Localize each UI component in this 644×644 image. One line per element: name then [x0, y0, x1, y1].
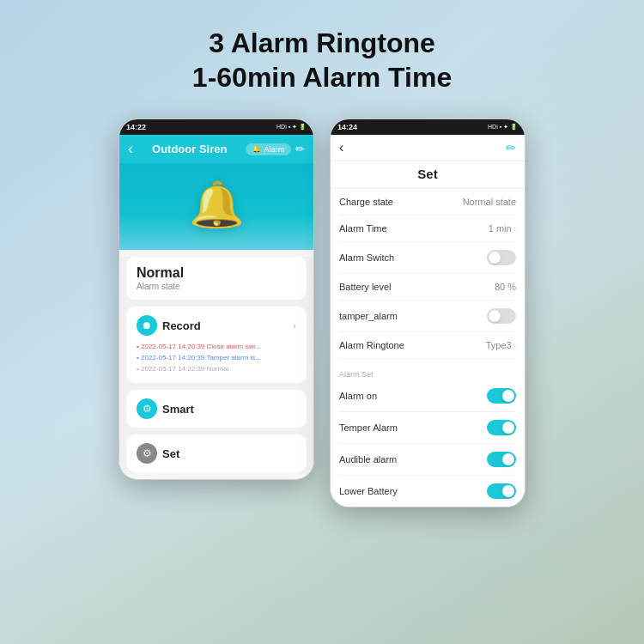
setting-battery-level: Battery level 80 % — [339, 274, 516, 301]
set-card[interactable]: ⚙ Set — [126, 434, 307, 472]
smart-label: Smart — [162, 403, 194, 416]
phone2: 14:24 HDi ▪ ✦ 🔋 ‹ ✏ Set Charge state Nor… — [330, 118, 526, 507]
temper-alarm-toggle[interactable] — [487, 420, 516, 435]
phone1-status-bar: 14:22 HDi ▪ ✦ 🔋 — [119, 119, 313, 135]
phone2-status-bar: 14:24 HDi ▪ ✦ 🔋 — [331, 119, 525, 135]
audible-alarm-label: Audible alarm — [339, 454, 397, 465]
phone2-nav: ‹ ✏ — [331, 135, 525, 161]
phone1-time: 14:22 — [126, 123, 146, 131]
record-chevron: › — [293, 320, 296, 331]
phone2-edit-icon[interactable]: ✏ — [506, 141, 516, 155]
alarm-ringtone-label: Alarm Ringtone — [339, 340, 404, 350]
setting-tamper-alarm: tamper_alarm — [339, 301, 516, 332]
bell-area: 🔔 — [119, 163, 313, 250]
setting-alarm-switch: Alarm Switch — [339, 242, 516, 274]
page-title: 3 Alarm Ringtone 1-60min Alarm Time — [192, 26, 452, 94]
record-label: Record — [162, 319, 201, 332]
phone1-edit-icon[interactable]: ✏ — [295, 143, 305, 155]
alarm-ringtone-value: Type3 › — [486, 340, 516, 350]
settings-list: Charge state Normal state Alarm Time 1 m… — [331, 189, 525, 507]
alarm-time-arrow: › — [513, 224, 516, 234]
title-line1: 3 Alarm Ringtone — [209, 27, 435, 58]
charge-state-label: Charge state — [339, 197, 393, 207]
lower-battery-label: Lower Battery — [339, 486, 398, 496]
log-item-2: • 2022-05-17 14:20:39 Tamper alarm is... — [137, 352, 296, 363]
normal-card: Normal Alarm state — [126, 257, 307, 300]
alarm-switch-label: Alarm Switch — [339, 252, 394, 263]
phone1-status-icons: HDi ▪ ✦ 🔋 — [276, 124, 307, 131]
lower-battery-toggle[interactable] — [487, 483, 516, 499]
phone1-body: Normal Alarm state ⏺ Record › • 2022-05-… — [119, 257, 313, 472]
alarm-badge-label: Alarm — [264, 145, 284, 154]
phone2-time: 14:24 — [337, 123, 357, 131]
smart-card[interactable]: ⚙ Smart — [126, 390, 307, 428]
phone2-status-icons: HDi ▪ ✦ 🔋 — [488, 124, 518, 131]
record-header: ⏺ Record › — [137, 315, 296, 336]
alarm-switch-toggle[interactable] — [487, 250, 516, 265]
alarm-set-label: Alarm Set — [339, 367, 374, 380]
alarm-state-label: Alarm state — [137, 282, 296, 291]
record-icon: ⏺ — [137, 315, 157, 336]
alarm-on-toggle[interactable] — [487, 388, 516, 404]
log-item-1: • 2022-05-17 14:20:39 Close alarm swi... — [137, 341, 296, 352]
main-container: 3 Alarm Ringtone 1-60min Alarm Time 14:2… — [0, 0, 644, 525]
battery-level-label: Battery level — [339, 282, 392, 292]
bell-icon: 🔔 — [189, 179, 245, 231]
phone1: 14:22 HDi ▪ ✦ 🔋 ‹ Outdoor Siren Alarm ✏ — [118, 118, 314, 480]
ringtone-arrow: › — [513, 341, 516, 350]
phone1-back-button[interactable]: ‹ — [128, 140, 133, 158]
setting-audible-alarm: Audible alarm — [339, 444, 516, 476]
charge-state-value: Normal state — [463, 197, 516, 207]
setting-alarm-on: Alarm on — [339, 380, 516, 412]
setting-charge-state: Charge state Normal state — [339, 189, 516, 216]
record-left: ⏺ Record — [137, 315, 201, 336]
setting-lower-battery: Lower Battery — [339, 476, 516, 507]
title-line2: 1-60min Alarm Time — [192, 62, 452, 93]
phone1-nav: ‹ Outdoor Siren Alarm ✏ — [119, 135, 313, 163]
audible-alarm-toggle[interactable] — [487, 452, 516, 467]
phone2-back-button[interactable]: ‹ — [339, 140, 343, 155]
record-card[interactable]: ⏺ Record › • 2022-05-17 14:20:39 Close a… — [126, 307, 307, 383]
normal-title: Normal — [137, 265, 296, 281]
alarm-time-label: Alarm Time — [339, 223, 387, 234]
alarm-time-value: 1 min › — [489, 223, 516, 234]
log-item-3: • 2022-05-17 14:22:39 Normal — [137, 363, 296, 374]
phone1-header: ‹ Outdoor Siren Alarm ✏ 🔔 — [119, 135, 313, 250]
phone1-nav-title: Outdoor Siren — [152, 143, 227, 155]
set-label: Set — [162, 447, 179, 460]
tamper-alarm-label: tamper_alarm — [339, 311, 398, 321]
tamper-alarm-toggle[interactable] — [487, 308, 516, 324]
setting-temper-alarm: Temper Alarm — [339, 412, 516, 444]
set-gear-icon: ⚙ — [137, 443, 157, 464]
setting-alarm-ringtone[interactable]: Alarm Ringtone Type3 › — [339, 332, 516, 359]
smart-icon: ⚙ — [137, 398, 157, 419]
battery-level-value: 80 % — [495, 282, 516, 292]
phones-row: 14:22 HDi ▪ ✦ 🔋 ‹ Outdoor Siren Alarm ✏ — [118, 118, 526, 507]
alarm-badge: Alarm — [246, 143, 291, 155]
record-logs: • 2022-05-17 14:20:39 Close alarm swi...… — [137, 341, 296, 374]
alarm-on-label: Alarm on — [339, 391, 377, 401]
alarm-set-section: Alarm Set — [339, 359, 516, 380]
temper-alarm-label: Temper Alarm — [339, 422, 398, 433]
setting-alarm-time[interactable]: Alarm Time 1 min › — [339, 216, 516, 242]
set-screen-title: Set — [331, 161, 525, 189]
